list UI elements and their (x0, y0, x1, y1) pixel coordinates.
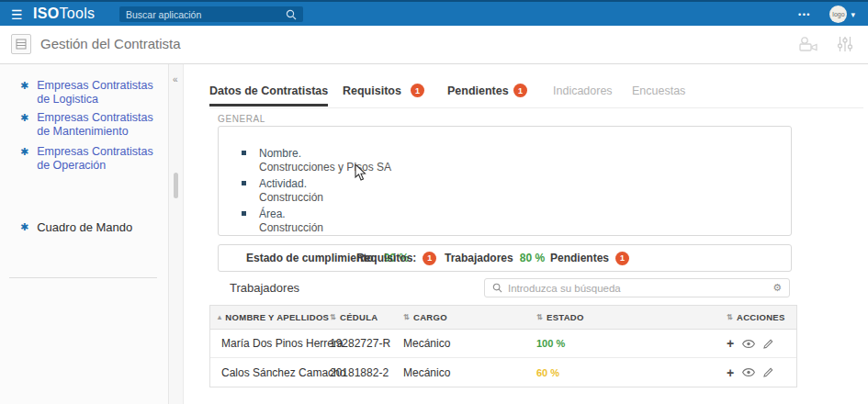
app-window: ☰ ISOTools ••• logo ▾ Gestión del Contra… (0, 0, 868, 404)
tab-datos-de-contratistas[interactable]: Datos de Contratistas (209, 84, 328, 107)
asterisk-icon: ✱ (20, 79, 28, 107)
worker-estado: 60 % (509, 367, 725, 378)
field-label: Nombre. (259, 147, 391, 161)
sidebar-item-operacion[interactable]: ✱ Empresas Contratistas de Operación (20, 145, 160, 173)
field-value: Construcciones y Pisos SA (259, 161, 391, 174)
logo-rest: Tools (59, 6, 95, 21)
sidebar-item-logistica[interactable]: ✱ Empresas Contratistas de Logistica (20, 79, 160, 107)
field-actividad: Actividad. Construcción (242, 177, 323, 204)
header-actions (798, 36, 853, 52)
view-eye-icon[interactable] (742, 368, 755, 376)
column-header-estado[interactable]: ⇅ ESTADO (509, 312, 725, 322)
worker-cedula: 20181882-2 (330, 366, 403, 379)
workers-table: ▴ NOMBRE Y APELLIDOS ⇅ CÉDULA ⇅ CARGO ⇅ … (209, 305, 797, 387)
scrollbar-thumb[interactable] (174, 173, 178, 198)
logo-bold: ISO (33, 6, 59, 21)
hamburger-icon[interactable]: ☰ (11, 7, 23, 22)
tab-pendientes[interactable]: Pendientes (447, 84, 509, 97)
pendientes-badge[interactable]: 1 (513, 84, 527, 97)
trabajadores-label: Trabajadores (445, 252, 513, 264)
requisitos-status: Requisitos: 1 (356, 245, 436, 271)
add-icon[interactable]: + (727, 337, 734, 350)
table-header-row: ▴ NOMBRE Y APELLIDOS ⇅ CÉDULA ⇅ CARGO ⇅ … (210, 306, 796, 330)
sidebar-item-label: Empresas Contratistas de Mantenimiento (37, 111, 160, 139)
row-actions: + (725, 366, 796, 379)
requisitos-count-badge[interactable]: 1 (423, 252, 436, 265)
gear-icon[interactable]: ⚙ (772, 283, 782, 293)
field-nombre: Nombre. Construcciones y Pisos SA (242, 147, 391, 174)
bullet-icon (242, 211, 246, 216)
workers-section-title: Trabajadores (230, 281, 299, 295)
general-section-label: GENERAL (218, 114, 265, 124)
app-search-input[interactable] (126, 9, 286, 20)
sort-icon: ⇅ (536, 313, 543, 321)
sort-icon: ⇅ (330, 313, 336, 321)
user-menu[interactable]: logo ▾ (829, 6, 855, 23)
app-search-box[interactable] (119, 6, 303, 22)
worker-cedula: 19282727-R (330, 337, 403, 350)
column-header-cargo[interactable]: ⇅ CARGO (403, 312, 509, 322)
requisitos-badge[interactable]: 1 (411, 84, 424, 97)
asterisk-icon: ✱ (20, 145, 28, 173)
search-icon[interactable] (286, 9, 297, 20)
worker-estado: 100 % (509, 338, 725, 349)
column-header-nombre[interactable]: ▴ NOMBRE Y APELLIDOS (210, 312, 330, 322)
field-label: Área. (259, 208, 323, 221)
trabajadores-value: 80 % (520, 252, 545, 264)
pendientes-count-badge[interactable]: 1 (615, 252, 629, 265)
bullet-icon (242, 181, 246, 185)
table-row[interactable]: María Dos Pinos Herrera 19282727-R Mecán… (210, 330, 796, 358)
app-module-icon (11, 34, 31, 54)
worker-name: María Dos Pinos Herrera (210, 337, 330, 350)
sort-asc-icon: ▴ (218, 313, 221, 321)
tab-encuestas[interactable]: Encuestas (632, 84, 685, 97)
tab-requisitos[interactable]: Requisitos (343, 84, 401, 97)
video-camera-icon[interactable] (798, 36, 818, 52)
sidebar-divider (9, 277, 157, 278)
sidebar: ✱ Empresas Contratistas de Logistica ✱ E… (0, 64, 169, 404)
asterisk-icon: ✱ (20, 220, 28, 234)
sidebar-item-cuadro-de-mando[interactable]: ✱ Cuadro de Mando (20, 220, 160, 234)
chevron-down-icon: ▾ (851, 10, 855, 19)
collapse-sidebar-icon[interactable]: « (173, 74, 178, 84)
more-menu-icon[interactable]: ••• (798, 10, 811, 19)
column-header-label: CÉDULA (340, 312, 378, 322)
worker-cargo: Mecánico (403, 337, 509, 350)
workers-search-input[interactable] (508, 283, 767, 294)
row-actions: + (725, 337, 796, 350)
page-title: Gestión del Contratista (40, 36, 181, 51)
edit-pencil-icon[interactable] (763, 367, 773, 377)
tab-indicadores[interactable]: Indicadores (553, 84, 613, 97)
worker-cargo: Mecánico (403, 366, 509, 379)
sliders-icon[interactable] (837, 36, 853, 52)
add-icon[interactable]: + (727, 366, 734, 379)
main-content: Datos de Contratistas Requisitos 1 Pendi… (184, 64, 868, 404)
general-info-panel: Nombre. Construcciones y Pisos SA Activi… (218, 126, 792, 236)
edit-pencil-icon[interactable] (763, 339, 773, 349)
document-grid-icon (16, 39, 27, 50)
field-label: Actividad. (259, 177, 323, 191)
table-row[interactable]: Calos Sánchez Camacho 20181882-2 Mecánic… (210, 358, 796, 387)
workers-search-box[interactable]: ⚙ (484, 278, 790, 297)
sidebar-item-label: Cuadro de Mando (37, 220, 132, 234)
sort-icon: ⇅ (727, 313, 733, 321)
worker-name: Calos Sánchez Camacho (210, 366, 330, 379)
asterisk-icon: ✱ (20, 111, 28, 139)
field-area: Área. Construcción (242, 208, 323, 234)
column-header-acciones[interactable]: ⇅ ACCIONES (725, 312, 796, 322)
sidebar-item-label: Empresas Contratistas de Operación (37, 145, 160, 173)
tab-bar: Datos de Contratistas Requisitos 1 Pendi… (209, 81, 863, 108)
column-header-cedula[interactable]: ⇅ CÉDULA (330, 312, 403, 322)
bullet-icon (242, 151, 246, 155)
column-header-label: NOMBRE Y APELLIDOS (225, 312, 329, 322)
compliance-summary-bar: Estado de cumplimiento: 90 % Requisitos:… (218, 244, 792, 272)
isotools-logo[interactable]: ISOTools (33, 6, 95, 22)
field-value: Construcción (259, 221, 323, 235)
topbar: ☰ ISOTools ••• logo ▾ (0, 0, 868, 26)
column-header-label: ACCIONES (737, 312, 785, 322)
sidebar-item-mantenimiento[interactable]: ✱ Empresas Contratistas de Mantenimiento (20, 111, 160, 139)
search-icon (492, 283, 502, 293)
sidebar-item-label: Empresas Contratistas de Logistica (37, 79, 160, 107)
pendientes-status: Pendientes 1 (550, 245, 629, 271)
view-eye-icon[interactable] (742, 340, 755, 348)
